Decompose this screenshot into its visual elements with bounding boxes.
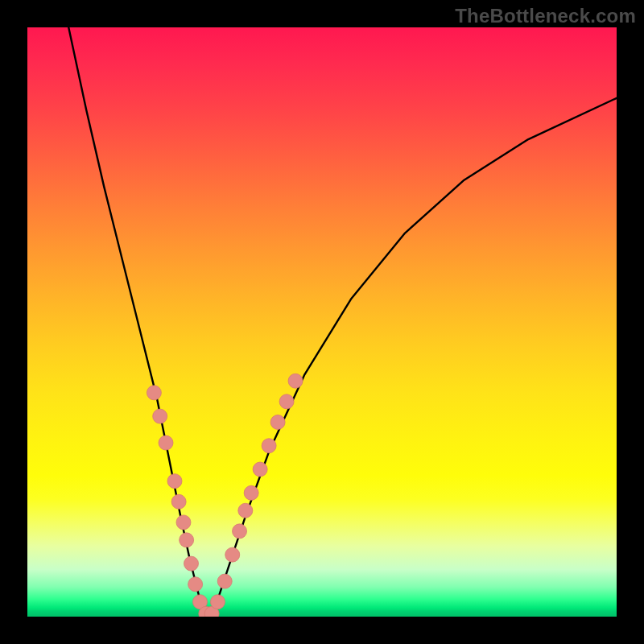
- data-marker: [279, 394, 294, 409]
- data-marker: [147, 386, 161, 400]
- data-marker: [262, 439, 276, 453]
- data-marker: [233, 524, 247, 539]
- data-marker: [210, 595, 225, 609]
- data-marker: [188, 577, 203, 592]
- data-marker: [159, 436, 173, 450]
- chart-frame: TheBottleneck.com: [0, 0, 644, 644]
- data-marker: [244, 485, 258, 500]
- data-marker: [171, 494, 186, 509]
- data-marker: [153, 409, 167, 423]
- data-marker: [217, 574, 232, 588]
- data-marker: [270, 415, 285, 429]
- plot-area: [27, 27, 617, 617]
- curve-group: [68, 27, 617, 617]
- data-marker: [225, 547, 240, 562]
- data-marker: [288, 374, 303, 388]
- data-marker: [253, 462, 267, 477]
- data-marker: [176, 515, 191, 530]
- data-marker: [238, 503, 253, 518]
- data-marker: [167, 474, 182, 489]
- chart-svg: [27, 27, 617, 617]
- marker-group: [147, 374, 303, 617]
- data-marker: [180, 533, 194, 547]
- data-marker: [184, 556, 199, 571]
- bottleneck-curve: [68, 27, 617, 617]
- watermark-text: TheBottleneck.com: [455, 5, 636, 27]
